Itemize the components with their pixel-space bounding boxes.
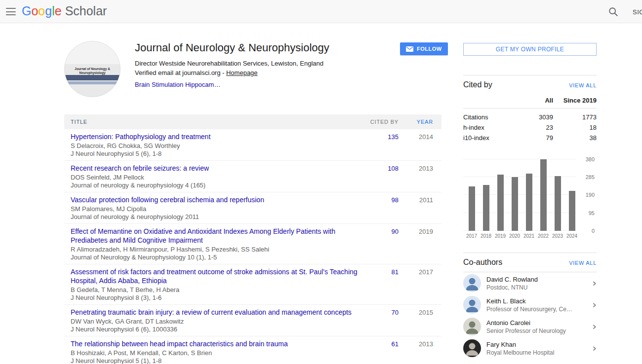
verified-email-text: Verified email at journalsci.org -: [135, 69, 226, 76]
metric-label: h-index: [463, 124, 518, 131]
logo-letter: e: [55, 4, 62, 18]
menu-icon[interactable]: [6, 8, 16, 15]
article-cited-by-count[interactable]: 90: [364, 227, 399, 261]
logo-letter: o: [38, 4, 45, 18]
avatar-caption: Journal of Neurology & Neurophysiology: [67, 67, 118, 75]
coauthor-row[interactable]: Keith L. Black Professor of Neurosurgery…: [463, 294, 597, 316]
chart-x-label: 2021: [523, 233, 534, 240]
article-venue: J Neurol Neurophysiol 6 (6), 1000336: [71, 326, 362, 333]
coauthor-name: David C. Rowland: [486, 276, 589, 283]
coauthor-avatar: [463, 318, 481, 335]
article-info: Effect of Memantine on Oxidative and Ant…: [64, 227, 364, 261]
article-title-link[interactable]: Penetrating traumatic brain injury: a re…: [71, 308, 362, 317]
coauthors-header: Co-authors VIEW ALL: [463, 258, 597, 272]
chart-bar[interactable]: 2019: [495, 175, 506, 240]
coauthor-avatar: [463, 296, 481, 314]
cited-by-table: All Since 2019 Citations 3039 1773 h-ind…: [463, 95, 597, 143]
citations-chart: 20172018201920202021202220232024 0951902…: [463, 158, 597, 240]
chart-bar[interactable]: 2017: [466, 186, 477, 240]
chart-y-tick-label: 380: [586, 156, 595, 162]
chart-bar[interactable]: 2018: [481, 185, 491, 240]
table-row: Penetrating traumatic brain injury: a re…: [64, 305, 441, 336]
chart-x-label: 2017: [466, 233, 477, 240]
chart-bar[interactable]: 2023: [552, 176, 563, 240]
chevron-right-icon[interactable]: ›: [592, 278, 597, 289]
article-cited-by-count[interactable]: 70: [364, 308, 399, 333]
profile-interests-link[interactable]: Brain Stimulation Hippocam…: [135, 81, 392, 88]
search-icon[interactable]: [608, 6, 619, 17]
article-cited-by-count[interactable]: 108: [364, 164, 399, 189]
coauthor-detail: Postdoc, NTNU: [486, 284, 589, 291]
article-title-link[interactable]: Assessment of risk factors and treatment…: [71, 267, 362, 285]
article-venue: Journal of neurology & neurophysiology 4…: [71, 182, 362, 189]
article-authors: SM Palomares, MJ Cipolla: [71, 205, 362, 213]
article-authors: S Delacroix, RG Chokka, SG Worthley: [71, 142, 362, 150]
envelope-icon: [406, 46, 413, 52]
right-sidebar: GET MY OWN PROFILE Cited by VIEW ALL All…: [463, 35, 597, 359]
chart-y-axis-ticks: 095190285380: [577, 158, 597, 240]
person-icon: [463, 318, 481, 335]
table-row: Recent research on febrile seizures: a r…: [64, 161, 441, 192]
cited-by-header: Cited by VIEW ALL: [463, 80, 597, 89]
article-venue: J Neurol Neurophysiol 5 (1), 1-8: [71, 357, 362, 364]
chart-bar[interactable]: 2022: [538, 159, 549, 240]
metric-value-since: 38: [553, 134, 597, 142]
coauthor-row[interactable]: Antonio Carolei Senior Professor of Neur…: [463, 316, 597, 337]
metric-value-all: 23: [518, 124, 553, 131]
coauthors-title: Co-authors: [463, 258, 502, 267]
scholar-profile-page: GoogleScholar SIG Journal of Neurology &…: [0, 0, 642, 364]
get-my-own-profile-button[interactable]: GET MY OWN PROFILE: [463, 43, 597, 56]
cited-by-view-all-link[interactable]: VIEW ALL: [569, 82, 597, 88]
sign-in-link[interactable]: SIG: [633, 8, 642, 16]
table-row: Hypertension: Pathophysiology and treatm…: [64, 129, 441, 161]
chart-bar[interactable]: 2020: [509, 177, 520, 240]
profile-affiliation: Director Westside Neurorehabilitation Se…: [135, 60, 392, 67]
article-title-link[interactable]: The relationship between head impact cha…: [71, 339, 362, 348]
article-title-link[interactable]: Effect of Memantine on Oxidative and Ant…: [71, 227, 362, 245]
article-title-link[interactable]: Hypertension: Pathophysiology and treatm…: [71, 132, 362, 141]
homepage-link[interactable]: Homepage: [226, 69, 258, 76]
profile-name: Journal of Neurology & Neurophysiology: [135, 41, 392, 54]
article-cited-by-count[interactable]: 61: [364, 339, 399, 364]
table-row: Citations 3039 1773: [463, 109, 597, 122]
chart-x-label: 2024: [566, 233, 577, 240]
article-info: Recent research on febrile seizures: a r…: [64, 164, 364, 189]
logo-letter: o: [31, 4, 38, 18]
article-cited-by-count[interactable]: 98: [364, 195, 399, 221]
chevron-right-icon[interactable]: ›: [592, 343, 597, 354]
article-year: 2014: [399, 132, 441, 158]
follow-button[interactable]: FOLLOW: [400, 42, 448, 55]
coauthors-view-all-link[interactable]: VIEW ALL: [569, 260, 597, 266]
articles-table: TITLE CITED BY YEAR Hypertension: Pathop…: [64, 114, 441, 364]
column-header-year[interactable]: YEAR: [399, 119, 441, 125]
article-year: 2013: [399, 164, 441, 189]
article-info: Penetrating traumatic brain injury: a re…: [64, 308, 364, 333]
article-info: Vascular protection following cerebral i…: [64, 195, 364, 221]
article-cited-by-count[interactable]: 135: [364, 132, 399, 158]
article-info: Hypertension: Pathophysiology and treatm…: [64, 132, 364, 158]
chart-x-label: 2019: [495, 233, 506, 240]
scholar-logo[interactable]: GoogleScholar: [22, 4, 107, 18]
coauthor-info: Keith L. Black Professor of Neurosurgery…: [486, 297, 589, 313]
chart-x-label: 2018: [481, 233, 491, 240]
column-header-title: TITLE: [64, 119, 364, 125]
person-icon: [463, 274, 481, 292]
chart-x-label: 2023: [552, 233, 563, 240]
column-header-cited-by[interactable]: CITED BY: [364, 119, 399, 125]
coauthor-row[interactable]: Fary Khan Royal Melbourne Hospital ›: [463, 337, 597, 359]
coauthor-info: Antonio Carolei Senior Professor of Neur…: [486, 319, 589, 334]
coauthor-avatar: [463, 339, 481, 357]
person-icon: [463, 296, 481, 314]
cited-by-col-all: All: [518, 97, 553, 104]
article-title-link[interactable]: Recent research on febrile seizures: a r…: [71, 164, 362, 173]
cited-by-table-header: All Since 2019: [463, 95, 597, 109]
coauthor-row[interactable]: David C. Rowland Postdoc, NTNU ›: [463, 272, 597, 294]
article-title-link[interactable]: Vascular protection following cerebral i…: [71, 195, 362, 204]
chevron-right-icon[interactable]: ›: [592, 321, 597, 332]
article-cited-by-count[interactable]: 81: [364, 267, 399, 302]
chevron-right-icon[interactable]: ›: [592, 299, 597, 310]
chart-bar[interactable]: 2024: [566, 191, 577, 240]
chart-bar[interactable]: 2021: [523, 174, 534, 240]
logo-letter: g: [45, 4, 52, 18]
profile-info: Journal of Neurology & Neurophysiology D…: [135, 41, 392, 88]
